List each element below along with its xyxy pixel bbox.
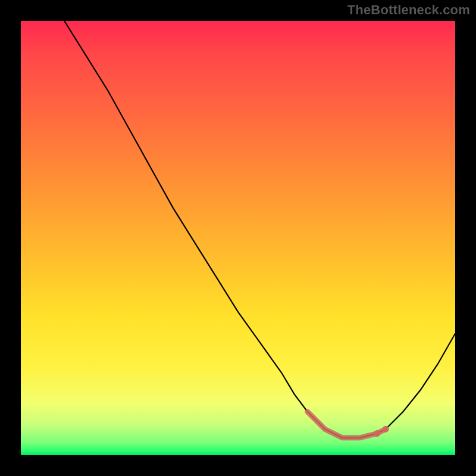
optimal-range-highlight (308, 412, 389, 438)
optimal-range-dot-a (374, 430, 380, 437)
watermark-text: TheBottleneck.com (347, 2, 470, 18)
bottleneck-curve (64, 21, 455, 438)
optimal-range-dot-b (383, 426, 389, 433)
plot-overlay (21, 21, 455, 455)
chart-frame: TheBottleneck.com (0, 0, 476, 476)
